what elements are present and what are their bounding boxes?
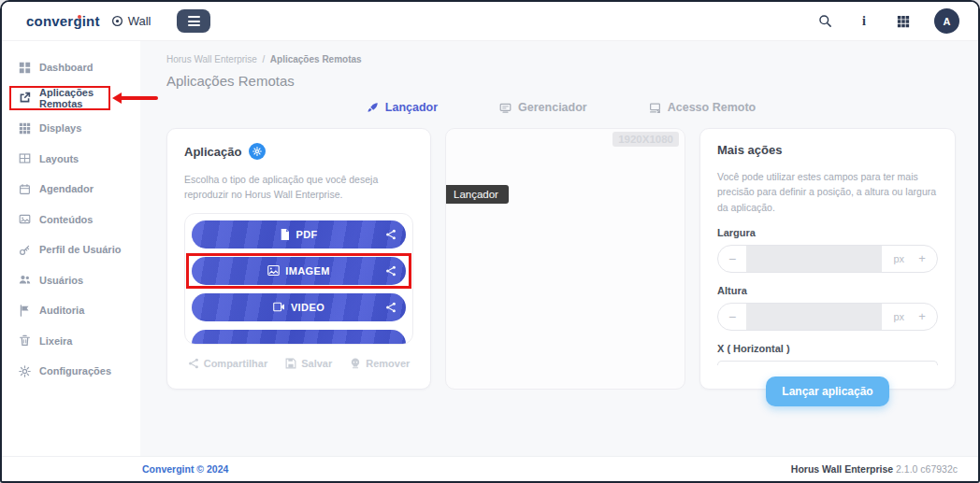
footer-copyright: Convergint © 2024 (142, 463, 228, 475)
application-settings-gear-icon[interactable] (249, 143, 266, 160)
share-icon[interactable] (385, 229, 396, 240)
footer-brand: Horus Wall Enterprise (791, 463, 893, 475)
pdf-button[interactable]: PDF (192, 220, 406, 249)
x-horizontal-label: X ( Horizontal ) (717, 343, 938, 354)
x-horizontal-stepper-clipped[interactable] (717, 361, 938, 365)
lancador-tag[interactable]: Lançador (446, 185, 509, 204)
application-card-description: Escolha o tipo de aplicação que você des… (184, 172, 413, 203)
apps-grid-icon[interactable] (895, 13, 912, 30)
gear-icon (19, 365, 31, 377)
more-actions-card: Mais ações Você pode utilizar estes camp… (699, 128, 956, 390)
sidebar-item-lixeira[interactable]: Lixeira (2, 326, 140, 357)
calendar-icon (19, 183, 31, 195)
sidebar-item-aplicacoes-remotas[interactable]: Aplicações Remotas (9, 86, 110, 110)
plus-button[interactable]: + (913, 246, 937, 272)
main-content: Horus Wall Enterprise / Aplicações Remot… (140, 41, 978, 456)
sidebar-item-usuarios[interactable]: Usuários (2, 265, 140, 296)
more-actions-description: Você pode utilizar estes campos para ter… (717, 169, 938, 215)
unit-label: px (882, 246, 913, 272)
dashboard-icon (19, 62, 31, 74)
application-card-actions: Compartilhar Salvar Remover (184, 358, 413, 369)
save-icon (285, 358, 296, 369)
breadcrumb: Horus Wall Enterprise / Aplicações Remot… (166, 54, 956, 64)
largura-input[interactable] (746, 246, 882, 272)
convergint-logo: convergint (26, 13, 100, 29)
type-button-wrap-imagem: IMAGEM (192, 257, 406, 285)
top-bar: convergint Wall i A (2, 2, 978, 41)
remote-access-icon (649, 102, 661, 114)
image-icon (267, 265, 280, 276)
plus-button[interactable]: + (913, 304, 937, 330)
type-button-wrap-partial (192, 330, 406, 345)
tab-bar: Lançador Gerenciador Acesso Remoto (166, 101, 956, 114)
breadcrumb-current: Aplicações Remotas (270, 54, 362, 64)
manager-icon (499, 102, 512, 114)
altura-input[interactable] (746, 304, 882, 330)
minus-button[interactable]: − (718, 304, 746, 330)
footer-version: Horus Wall Enterprise 2.1.0 c67932c (791, 463, 958, 475)
sidebar-item-auditoria[interactable]: Auditoria (2, 295, 140, 326)
displays-icon (19, 122, 31, 135)
page-title: Aplicações Remotas (166, 73, 956, 89)
rocket-icon (367, 102, 379, 114)
menu-toggle-button[interactable] (177, 9, 210, 33)
pdf-file-icon (280, 229, 290, 240)
compartilhar-action[interactable]: Compartilhar (188, 358, 267, 369)
key-icon (19, 244, 31, 256)
layouts-icon (19, 152, 31, 164)
more-actions-title: Mais ações (717, 143, 938, 157)
imagem-button[interactable]: IMAGEM (192, 257, 406, 285)
application-card-title: Aplicação (184, 145, 241, 159)
largura-label: Largura (717, 227, 938, 238)
media-icon (19, 213, 31, 225)
wall-product-label: Wall (111, 14, 151, 28)
resolution-badge: 1920X1080 (612, 132, 679, 147)
sidebar-item-displays[interactable]: Displays (2, 113, 140, 144)
sidebar-item-agendador[interactable]: Agendador (2, 174, 140, 205)
largura-stepper: − px + (717, 245, 938, 273)
users-icon (19, 274, 31, 286)
application-card: Aplicação Escolha o tipo de aplicação qu… (166, 128, 431, 390)
user-avatar[interactable]: A (934, 8, 959, 34)
altura-label: Altura (717, 285, 938, 296)
remover-action[interactable]: Remover (350, 358, 410, 369)
minus-button[interactable]: − (718, 246, 746, 272)
search-icon[interactable] (816, 13, 833, 30)
wall-preview-canvas[interactable]: 1920X1080 Lançador (445, 128, 685, 390)
sidebar-item-dashboard[interactable]: Dashboard (2, 52, 140, 83)
footer-bar: Convergint © 2024 Horus Wall Enterprise … (2, 456, 978, 481)
unit-label: px (882, 304, 913, 330)
sidebar-item-configuracoes[interactable]: Configurações (2, 356, 140, 387)
remote-apps-icon (19, 92, 31, 104)
logo-red-dot (78, 15, 81, 19)
partial-type-button[interactable] (192, 330, 406, 345)
trash-icon (19, 334, 31, 347)
flag-icon (19, 305, 31, 317)
eye-target-icon (111, 15, 123, 27)
type-button-wrap-video: VIDEO (192, 293, 406, 321)
salvar-action[interactable]: Salvar (285, 358, 332, 369)
application-type-list: PDF IMAGEM (184, 213, 413, 345)
lancar-aplicacao-button[interactable]: Lançar aplicação (766, 376, 888, 406)
sidebar: Dashboard Aplicações Remotas Displays La… (2, 41, 140, 456)
info-icon[interactable]: i (856, 13, 872, 30)
share-icon[interactable] (385, 302, 396, 313)
tab-lancador[interactable]: Lançador (367, 101, 438, 114)
wall-text: Wall (128, 14, 151, 28)
video-icon (273, 302, 285, 312)
share-icon[interactable] (385, 265, 396, 277)
tab-acesso-remoto[interactable]: Acesso Remoto (649, 101, 756, 114)
logo-text: convergint (26, 13, 100, 29)
skull-icon (350, 358, 361, 369)
altura-stepper: − px + (717, 303, 938, 331)
share-icon (188, 358, 199, 369)
sidebar-item-layouts[interactable]: Layouts (2, 144, 140, 175)
type-button-wrap-pdf: PDF (192, 220, 406, 249)
sidebar-item-conteudos[interactable]: Conteúdos (2, 205, 140, 235)
video-button[interactable]: VIDEO (192, 293, 406, 321)
app-window: convergint Wall i A Dashboard (0, 0, 980, 483)
tab-gerenciador[interactable]: Gerenciador (499, 101, 587, 114)
breadcrumb-root[interactable]: Horus Wall Enterprise (166, 54, 257, 64)
sidebar-item-perfil-de-usuario[interactable]: Perfil de Usuário (2, 234, 140, 265)
